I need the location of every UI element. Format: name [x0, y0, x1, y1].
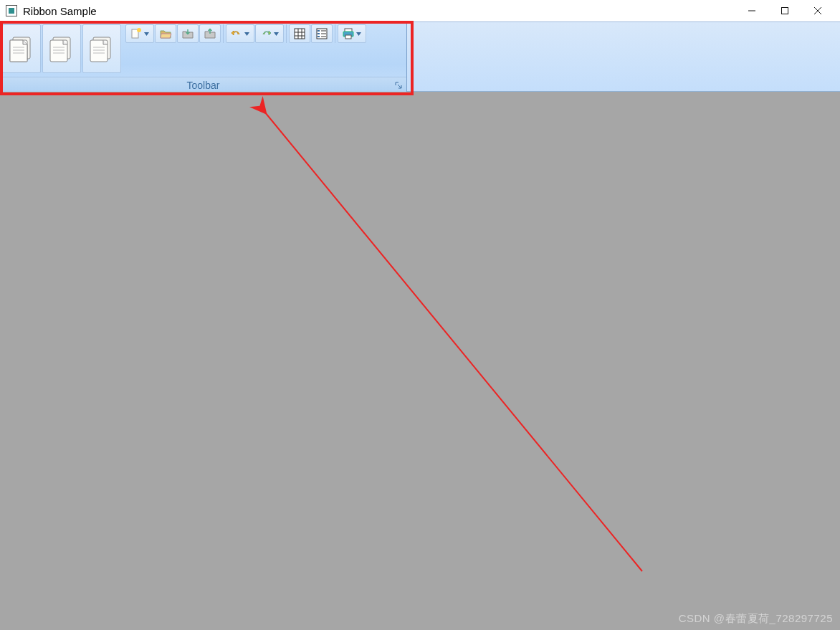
- list-view-icon: [315, 27, 328, 40]
- new-file-icon: [130, 27, 143, 40]
- dialog-launcher-button[interactable]: [393, 80, 404, 90]
- document-icon: [87, 33, 116, 65]
- window-title: Ribbon Sample: [23, 5, 735, 17]
- ribbon-group-label: Toolbar: [187, 80, 220, 91]
- ribbon-group-body: [0, 22, 406, 77]
- svg-rect-28: [318, 33, 320, 34]
- maximize-icon: [781, 6, 789, 15]
- open-button[interactable]: [155, 24, 176, 43]
- svg-rect-35: [345, 35, 351, 39]
- close-icon: [813, 6, 822, 15]
- svg-rect-1: [782, 8, 788, 14]
- grid-view-button[interactable]: [289, 24, 310, 43]
- svg-point-20: [137, 28, 141, 32]
- window-controls: [735, 0, 834, 22]
- dropdown-arrow-icon: [243, 32, 250, 36]
- ribbon: Toolbar: [0, 22, 840, 92]
- open-folder-icon: [159, 27, 172, 40]
- grid-view-icon: [293, 27, 306, 40]
- ribbon-group-toolbar: Toolbar: [0, 22, 407, 92]
- minimize-icon: [748, 6, 756, 15]
- titlebar: Ribbon Sample: [0, 0, 840, 22]
- save-as-button[interactable]: [199, 24, 221, 43]
- ribbon-group-label-row: Toolbar: [0, 77, 406, 92]
- watermark: CSDN @春蕾夏荷_728297725: [679, 612, 833, 626]
- redo-icon: [259, 27, 272, 40]
- dropdown-arrow-icon: [272, 32, 280, 36]
- document-icon: [7, 33, 36, 65]
- client-area: [0, 92, 840, 630]
- ribbon-small-buttons: [125, 24, 366, 43]
- minimize-button[interactable]: [735, 0, 768, 22]
- document-button-2[interactable]: [42, 24, 81, 73]
- print-button[interactable]: [338, 24, 366, 43]
- separator: [335, 24, 335, 43]
- save-as-icon: [204, 27, 216, 40]
- save-icon: [181, 27, 194, 40]
- separator: [223, 24, 224, 43]
- separator: [286, 24, 287, 43]
- close-button[interactable]: [801, 0, 834, 22]
- maximize-button[interactable]: [768, 0, 801, 22]
- dropdown-arrow-icon: [355, 32, 362, 36]
- undo-button[interactable]: [226, 24, 254, 43]
- new-file-button[interactable]: [125, 24, 154, 43]
- app-icon: [6, 5, 17, 16]
- document-button-3[interactable]: [82, 24, 121, 73]
- list-view-button[interactable]: [311, 24, 333, 43]
- document-button-1[interactable]: [2, 24, 41, 73]
- redo-button[interactable]: [255, 24, 284, 43]
- svg-rect-21: [295, 29, 305, 39]
- dialog-launcher-icon: [395, 82, 402, 89]
- document-icon: [47, 33, 76, 65]
- svg-rect-29: [318, 36, 320, 37]
- undo-icon: [230, 27, 243, 40]
- dropdown-arrow-icon: [143, 32, 150, 36]
- save-button[interactable]: [177, 24, 199, 43]
- print-icon: [342, 27, 355, 40]
- svg-rect-27: [318, 30, 320, 32]
